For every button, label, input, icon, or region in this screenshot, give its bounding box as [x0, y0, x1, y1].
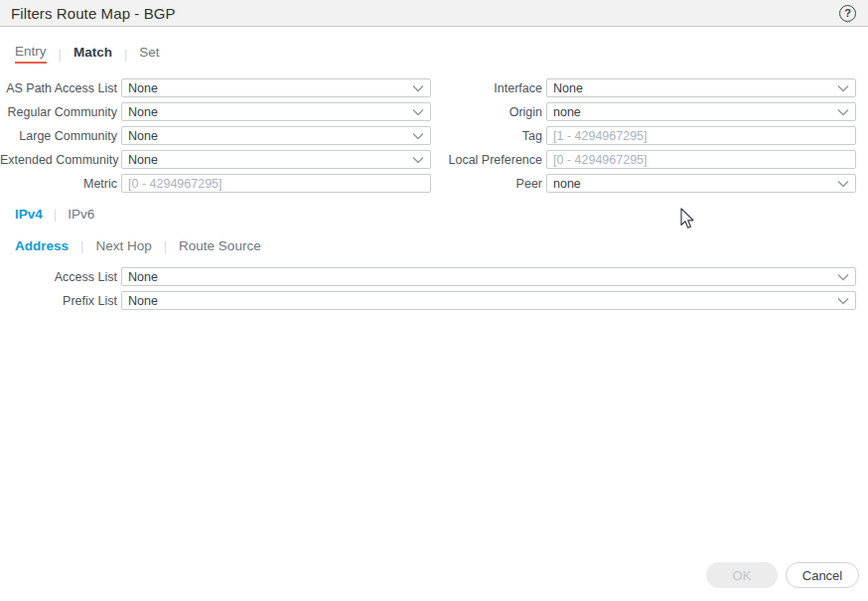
field-row: Interface None: [431, 78, 856, 97]
regular-community-select[interactable]: None: [121, 102, 431, 121]
field-label: Peer: [431, 177, 542, 191]
extended-community-select[interactable]: None: [121, 150, 431, 169]
tab-match[interactable]: Match: [73, 45, 112, 63]
chevron-down-icon: [837, 297, 849, 305]
tab-next-hop[interactable]: Next Hop: [95, 238, 151, 253]
help-icon[interactable]: ?: [839, 5, 856, 22]
chevron-down-icon: [837, 180, 849, 188]
field-row: Large Community None: [0, 126, 431, 145]
select-value: None: [128, 270, 837, 284]
field-row: AS Path Access List None: [0, 78, 431, 97]
tab-route-source[interactable]: Route Source: [179, 238, 261, 253]
match-form-right-column: Interface None Origin none Tag Local Pre…: [431, 78, 868, 198]
field-label: Large Community: [0, 129, 117, 143]
match-form: AS Path Access List None Regular Communi…: [0, 78, 868, 198]
chevron-down-icon: [412, 156, 424, 164]
field-label: AS Path Access List: [0, 81, 117, 95]
field-label: Prefix List: [0, 294, 117, 308]
field-label: Access List: [0, 270, 117, 284]
select-value: None: [128, 153, 412, 167]
select-value: None: [128, 294, 837, 308]
chevron-down-icon: [837, 108, 849, 116]
tab-separator: |: [164, 238, 167, 253]
main-tabbar: Entry | Match | Set: [15, 44, 868, 64]
local-preference-input[interactable]: [546, 150, 856, 169]
select-value: None: [128, 129, 412, 143]
tab-separator: |: [59, 47, 62, 62]
chevron-down-icon: [837, 84, 849, 92]
tab-ipv4[interactable]: IPv4: [15, 207, 43, 222]
dialog-title: Filters Route Map - BGP: [11, 5, 176, 22]
field-label: Tag: [431, 129, 542, 143]
field-row: Tag: [431, 126, 856, 145]
metric-input[interactable]: [121, 174, 431, 193]
address-form: Access List None Prefix List None: [0, 267, 868, 310]
ok-button[interactable]: OK: [706, 562, 778, 588]
cancel-button[interactable]: Cancel: [786, 562, 859, 588]
tab-separator: |: [124, 47, 127, 62]
field-label: Metric: [0, 177, 117, 191]
tag-input[interactable]: [546, 126, 856, 145]
dialog-header: Filters Route Map - BGP ?: [0, 0, 868, 27]
access-list-select[interactable]: None: [121, 267, 856, 286]
field-row: Access List None: [0, 267, 856, 286]
match-form-left-column: AS Path Access List None Regular Communi…: [0, 78, 431, 198]
filters-route-map-dialog: Filters Route Map - BGP ? Entry | Match …: [0, 0, 868, 601]
tab-separator: |: [80, 238, 83, 253]
interface-select[interactable]: None: [546, 78, 856, 97]
field-row: Origin none: [431, 102, 856, 121]
field-label: Local Preference: [431, 153, 542, 167]
field-label: Regular Community: [0, 105, 117, 119]
field-row: Local Preference: [431, 150, 856, 169]
chevron-down-icon: [412, 84, 424, 92]
field-row: Metric: [0, 174, 431, 193]
dialog-footer: OK Cancel: [706, 562, 859, 588]
select-value: None: [553, 81, 837, 95]
select-value: none: [553, 177, 837, 191]
tab-ipv6[interactable]: IPv6: [68, 207, 94, 222]
large-community-select[interactable]: None: [121, 126, 431, 145]
select-value: None: [128, 81, 412, 95]
as-path-access-list-select[interactable]: None: [121, 78, 431, 97]
tab-address[interactable]: Address: [15, 238, 69, 253]
chevron-down-icon: [412, 132, 424, 140]
field-label: Origin: [431, 105, 542, 119]
field-label: Interface: [431, 81, 542, 95]
field-label: Extended Community: [0, 153, 117, 167]
chevron-down-icon: [412, 108, 424, 116]
select-value: none: [553, 105, 837, 119]
field-row: Prefix List None: [0, 291, 856, 310]
tab-separator: |: [54, 207, 57, 222]
field-row: Extended Community None: [0, 150, 431, 169]
ipv4-subtabbar: Address | Next Hop | Route Source: [15, 238, 868, 253]
field-row: Peer none: [431, 174, 856, 193]
tab-entry[interactable]: Entry: [15, 44, 47, 64]
ip-version-tabbar: IPv4 | IPv6: [15, 207, 868, 222]
origin-select[interactable]: none: [546, 102, 856, 121]
select-value: None: [128, 105, 412, 119]
prefix-list-select[interactable]: None: [121, 291, 856, 310]
field-row: Regular Community None: [0, 102, 431, 121]
peer-select[interactable]: none: [546, 174, 856, 193]
chevron-down-icon: [837, 273, 849, 281]
tab-set[interactable]: Set: [139, 45, 159, 63]
